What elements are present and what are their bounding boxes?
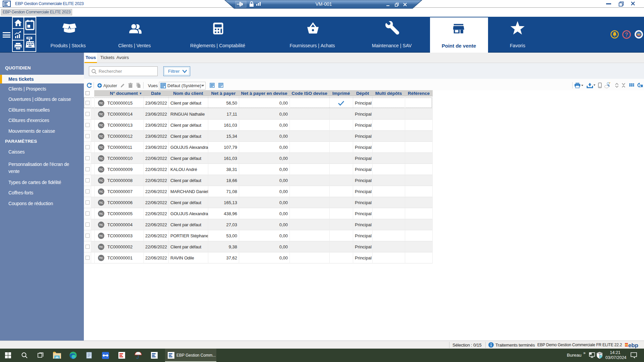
svg-text:ebp: ebp xyxy=(628,342,638,349)
svg-text:VM-001: VM-001 xyxy=(315,1,332,7)
svg-text:?: ? xyxy=(625,32,628,38)
